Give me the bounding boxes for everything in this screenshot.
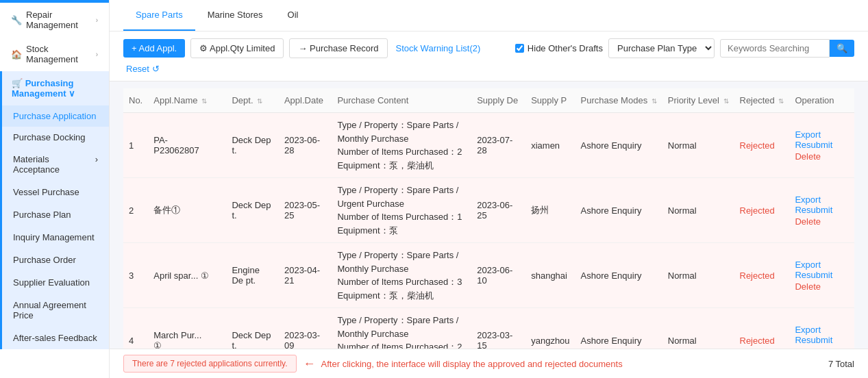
table-wrap: No. Appl.Name ⇅ Dept. ⇅ Appl.Date Purcha… — [110, 81, 868, 349]
resubmit-button[interactable]: Resubmit — [795, 140, 832, 150]
resubmit-button[interactable]: Resubmit — [795, 205, 832, 215]
table-row: 2 备件① Deck Dep t. 2023-05-25 Type / Prop… — [123, 178, 854, 243]
col-operation: Operation — [789, 88, 854, 113]
cell-supply-p: yangzhou — [525, 308, 575, 349]
cell-operation: Export Resubmit Delete — [789, 243, 854, 308]
col-purchase-content: Purchase Content — [332, 88, 471, 113]
cell-supply-de: 2023-06-25 — [471, 178, 525, 243]
sidebar-sub-purchase-docking[interactable]: Purchase Docking — [2, 127, 109, 148]
chevron-right-icon3: › — [95, 154, 98, 175]
cell-status: Rejected — [734, 243, 790, 308]
cell-status: Rejected — [734, 308, 790, 349]
table-row: 3 April spar... ① Engine De pt. 2023-04-… — [123, 243, 854, 308]
cell-dept: Deck Dep t. — [226, 113, 278, 178]
tab-oil[interactable]: Oil — [275, 0, 311, 31]
cell-supply-p: shanghai — [525, 243, 575, 308]
cell-appl-name: PA-P23062807 — [148, 113, 215, 178]
cell-purchase-modes: Ashore Enquiry — [575, 178, 662, 243]
delete-button[interactable]: Delete — [795, 281, 821, 292]
cell-empty — [215, 178, 226, 243]
resubmit-button[interactable]: Resubmit — [795, 270, 832, 280]
col-empty — [215, 88, 226, 113]
delete-button[interactable]: Delete — [795, 216, 821, 227]
main-content: Spare Parts Marine Stores Oil + Add Appl… — [110, 0, 868, 378]
sidebar-item-repair[interactable]: 🔧 Repair Management › — [0, 3, 109, 37]
purchase-record-button[interactable]: → Purchase Record — [289, 38, 387, 58]
cell-priority: Normal — [662, 178, 734, 243]
purchase-plan-type-select[interactable]: Purchase Plan Type — [608, 38, 715, 58]
export-button[interactable]: Export — [795, 194, 821, 205]
sidebar-sub-materials[interactable]: Materials Acceptance › — [2, 148, 109, 181]
cell-operation: Export Resubmit Delete — [789, 178, 854, 243]
stock-warning-button[interactable]: Stock Warning List(2) — [393, 39, 484, 58]
cell-supply-p: xiamen — [525, 113, 575, 178]
cell-no: 2 — [123, 178, 148, 243]
export-button[interactable]: Export — [795, 129, 821, 140]
export-button[interactable]: Export — [795, 325, 821, 335]
col-rejected: Rejected ⇅ — [734, 88, 790, 113]
add-appl-button[interactable]: + Add Appl. — [123, 39, 185, 58]
tab-marine-stores[interactable]: Marine Stores — [195, 0, 275, 31]
sidebar-sub-plan[interactable]: Purchase Plan — [2, 203, 109, 226]
chevron-down-icon: ∨ — [69, 88, 75, 99]
sidebar-sub-order[interactable]: Purchase Order — [2, 249, 109, 271]
cell-no: 4 — [123, 308, 148, 349]
annotation-text: After clicking, the interface will displ… — [321, 359, 623, 369]
sidebar-sub-purchase-application[interactable]: Purchase Application — [0, 105, 109, 127]
cell-purchase-content: Type / Property：Spare Parts / Urgent Pur… — [332, 178, 471, 243]
col-appl-date: Appl.Date — [279, 88, 332, 113]
cell-appl-date: 2023-06-28 — [279, 113, 332, 178]
cell-dept: Engine De pt. — [226, 243, 278, 308]
cell-priority: Normal — [662, 243, 734, 308]
sidebar-repair-label: Repair Management — [26, 10, 92, 30]
col-purchase-modes: Purchase Modes ⇅ — [575, 88, 662, 113]
sidebar-sub-aftersales[interactable]: After-sales Feedback — [2, 327, 109, 349]
search-input[interactable] — [720, 39, 830, 58]
cart-icon: 🛒 — [12, 78, 23, 88]
cell-purchase-content: Type / Property：Spare Parts / Monthly Pu… — [332, 243, 471, 308]
col-appl-name: Appl.Name ⇅ — [148, 88, 215, 113]
sidebar-sub-supplier[interactable]: Supplier Evaluation — [2, 271, 109, 294]
reset-button[interactable]: Reset ↺ — [126, 64, 160, 74]
export-button[interactable]: Export — [795, 260, 821, 270]
wrench-icon: 🔧 — [11, 15, 22, 25]
search-wrap: 🔍 — [720, 39, 854, 58]
cell-appl-name: April spar... ① — [148, 243, 215, 308]
cell-priority: Normal — [662, 113, 734, 178]
sidebar-purchasing-title[interactable]: 🛒 Purchasing Management ∨ — [2, 71, 109, 105]
search-button[interactable]: 🔍 — [830, 40, 854, 57]
chevron-right-icon: › — [96, 16, 98, 24]
annotation-wrap: ← After clicking, the interface will dis… — [303, 357, 623, 371]
cell-operation: Export Resubmit Delete — [789, 308, 854, 349]
toolbar: + Add Appl. ⚙ Appl.Qty Limited → Purchas… — [110, 32, 868, 81]
appl-qty-limited-button[interactable]: ⚙ Appl.Qty Limited — [190, 38, 284, 58]
cell-no: 3 — [123, 243, 148, 308]
cell-purchase-content: Type / Property：Spare Parts / Monthly Pu… — [332, 113, 471, 178]
col-supply-de: Supply De — [471, 88, 525, 113]
home-icon: 🏠 — [11, 49, 22, 60]
resubmit-button[interactable]: Resubmit — [795, 335, 832, 345]
cell-appl-name: March Pur... ① — [148, 308, 215, 349]
hide-drafts-checkbox[interactable] — [515, 44, 524, 53]
col-dept: Dept. ⇅ — [226, 88, 278, 113]
cell-appl-date: 2023-04-21 — [279, 243, 332, 308]
cell-empty — [215, 113, 226, 178]
sidebar-stock-label: Stock Management — [26, 44, 92, 64]
cell-status: Rejected — [734, 178, 790, 243]
cell-purchase-modes: Ashore Enquiry — [575, 243, 662, 308]
delete-button[interactable]: Delete — [795, 151, 821, 162]
tab-spare-parts[interactable]: Spare Parts — [123, 0, 195, 31]
cell-purchase-modes: Ashore Enquiry — [575, 113, 662, 178]
hide-drafts-wrap: Hide Other's Drafts — [515, 43, 603, 53]
tab-bar: Spare Parts Marine Stores Oil — [110, 0, 868, 32]
rejected-notice[interactable]: There are 7 rejected applications curren… — [123, 355, 297, 373]
purchase-plan-type-wrap: Purchase Plan Type — [608, 38, 715, 58]
hide-drafts-label: Hide Other's Drafts — [528, 43, 603, 53]
table-header-row: No. Appl.Name ⇅ Dept. ⇅ Appl.Date Purcha… — [123, 88, 854, 113]
sidebar-sub-inquiry[interactable]: Inquiry Management — [2, 226, 109, 249]
sidebar-sub-annual[interactable]: Annual Agreement Price — [2, 294, 109, 327]
sidebar-item-stock[interactable]: 🏠 Stock Management › — [0, 37, 109, 71]
cell-purchase-content: Type / Property：Spare Parts / Monthly Pu… — [332, 308, 471, 349]
sidebar-sub-vessel[interactable]: Vessel Purchase — [2, 181, 109, 203]
cell-appl-name: 备件① — [148, 178, 215, 243]
